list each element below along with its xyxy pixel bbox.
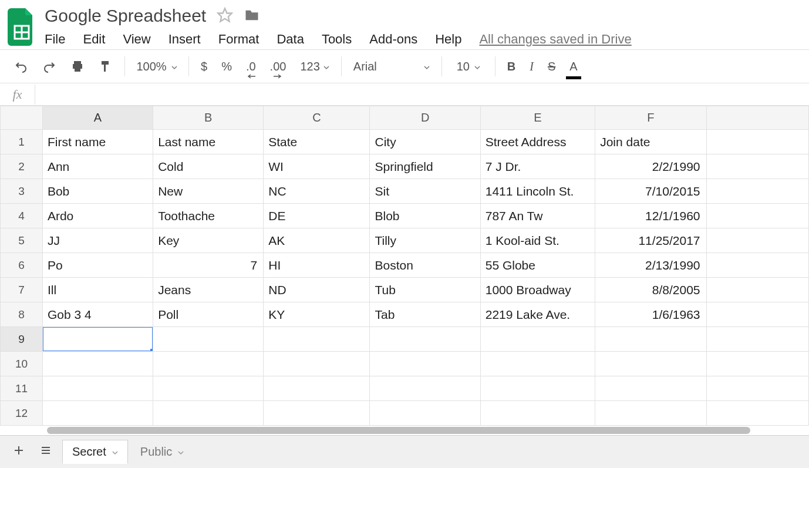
cell-C7[interactable]: ND (264, 278, 370, 302)
cell-E1[interactable]: Street Address (480, 130, 595, 154)
menu-tools[interactable]: Tools (322, 32, 352, 47)
cell-A7[interactable]: Ill (42, 278, 153, 302)
cell-G12[interactable] (706, 401, 808, 426)
zoom-dropdown[interactable]: 100% (131, 56, 183, 77)
cell-D7[interactable]: Tub (370, 278, 480, 302)
cell-B3[interactable]: New (153, 179, 264, 204)
row-header-7[interactable]: 7 (1, 278, 43, 302)
row-header-5[interactable]: 5 (1, 228, 43, 253)
row-header-8[interactable]: 8 (1, 302, 43, 327)
cell-F3[interactable]: 7/10/2015 (595, 179, 706, 204)
cell-A3[interactable]: Bob (42, 179, 153, 204)
cell-D4[interactable]: Blob (370, 204, 480, 228)
row-header-1[interactable]: 1 (1, 130, 43, 154)
italic-button[interactable]: I (524, 56, 540, 77)
cell-G5[interactable] (706, 228, 808, 253)
print-button[interactable] (65, 56, 90, 77)
cell-C3[interactable]: NC (264, 179, 370, 204)
cell-B6[interactable]: 7 (153, 253, 264, 278)
cell-A9[interactable] (42, 327, 153, 352)
cell-F1[interactable]: Join date (595, 130, 706, 154)
column-header-E[interactable]: E (480, 106, 595, 130)
cell-F8[interactable]: 1/6/1963 (595, 302, 706, 327)
cell-F12[interactable] (595, 401, 706, 426)
cell-B5[interactable]: Key (153, 228, 264, 253)
row-header-4[interactable]: 4 (1, 204, 43, 228)
menu-view[interactable]: View (123, 32, 150, 47)
strikethrough-button[interactable]: S (542, 56, 561, 77)
folder-icon[interactable] (244, 7, 260, 25)
cell-E11[interactable] (480, 376, 595, 401)
row-header-3[interactable]: 3 (1, 179, 43, 204)
cell-B7[interactable]: Jeans (153, 278, 264, 302)
cell-D1[interactable]: City (370, 130, 480, 154)
cell-F2[interactable]: 2/2/1990 (595, 154, 706, 179)
column-header-B[interactable]: B (153, 106, 264, 130)
currency-button[interactable]: $ (195, 56, 213, 77)
font-dropdown[interactable]: Arial (348, 56, 436, 77)
cell-B9[interactable] (153, 327, 264, 352)
all-sheets-button[interactable] (35, 440, 56, 464)
number-format-dropdown[interactable]: 123 (294, 56, 335, 77)
row-header-11[interactable]: 11 (1, 376, 43, 401)
cell-A8[interactable]: Gob 3 4 (42, 302, 153, 327)
text-color-button[interactable]: A (564, 56, 583, 77)
cell-E5[interactable]: 1 Kool-aid St. (480, 228, 595, 253)
redo-button[interactable] (36, 56, 62, 77)
menu-edit[interactable]: Edit (83, 32, 105, 47)
row-header-2[interactable]: 2 (1, 154, 43, 179)
cell-G4[interactable] (706, 204, 808, 228)
row-header-10[interactable]: 10 (1, 352, 43, 376)
cell-D5[interactable]: Tilly (370, 228, 480, 253)
cell-E12[interactable] (480, 401, 595, 426)
cell-B11[interactable] (153, 376, 264, 401)
column-header-D[interactable]: D (370, 106, 480, 130)
cell-G2[interactable] (706, 154, 808, 179)
column-header-A[interactable]: A (42, 106, 153, 130)
cell-A12[interactable] (42, 401, 153, 426)
row-header-12[interactable]: 12 (1, 401, 43, 426)
cell-C11[interactable] (264, 376, 370, 401)
cell-E9[interactable] (480, 327, 595, 352)
paint-format-button[interactable] (93, 56, 119, 77)
menu-help[interactable]: Help (435, 32, 461, 47)
cell-C6[interactable]: HI (264, 253, 370, 278)
cell-C8[interactable]: KY (264, 302, 370, 327)
cell-D3[interactable]: Sit (370, 179, 480, 204)
cell-E4[interactable]: 787 An Tw (480, 204, 595, 228)
column-header-extra[interactable] (706, 106, 808, 130)
cell-D2[interactable]: Springfield (370, 154, 480, 179)
menu-file[interactable]: File (45, 32, 65, 47)
cell-D6[interactable]: Boston (370, 253, 480, 278)
cell-E3[interactable]: 1411 Lincoln St. (480, 179, 595, 204)
cell-F10[interactable] (595, 352, 706, 376)
percent-button[interactable]: % (215, 56, 238, 77)
column-header-C[interactable]: C (264, 106, 370, 130)
cell-A2[interactable]: Ann (42, 154, 153, 179)
cell-D8[interactable]: Tab (370, 302, 480, 327)
fontsize-dropdown[interactable]: 10 (448, 56, 489, 77)
cell-C9[interactable] (264, 327, 370, 352)
cell-A10[interactable] (42, 352, 153, 376)
cell-G10[interactable] (706, 352, 808, 376)
cell-G8[interactable] (706, 302, 808, 327)
cell-C4[interactable]: DE (264, 204, 370, 228)
cell-C5[interactable]: AK (264, 228, 370, 253)
cell-A1[interactable]: First name (42, 130, 153, 154)
cell-B8[interactable]: Poll (153, 302, 264, 327)
cell-D10[interactable] (370, 352, 480, 376)
row-header-6[interactable]: 6 (1, 253, 43, 278)
star-icon[interactable] (217, 7, 233, 25)
cell-F7[interactable]: 8/8/2005 (595, 278, 706, 302)
sheet-tab-public[interactable]: Public (130, 440, 194, 464)
cell-D9[interactable] (370, 327, 480, 352)
cell-B2[interactable]: Cold (153, 154, 264, 179)
spreadsheet-grid[interactable]: ABCDEF 1First nameLast nameStateCityStre… (0, 106, 809, 426)
cell-B12[interactable] (153, 401, 264, 426)
cell-F11[interactable] (595, 376, 706, 401)
column-header-F[interactable]: F (595, 106, 706, 130)
cell-E8[interactable]: 2219 Lake Ave. (480, 302, 595, 327)
bold-button[interactable]: B (501, 56, 521, 77)
cell-B1[interactable]: Last name (153, 130, 264, 154)
cell-C10[interactable] (264, 352, 370, 376)
